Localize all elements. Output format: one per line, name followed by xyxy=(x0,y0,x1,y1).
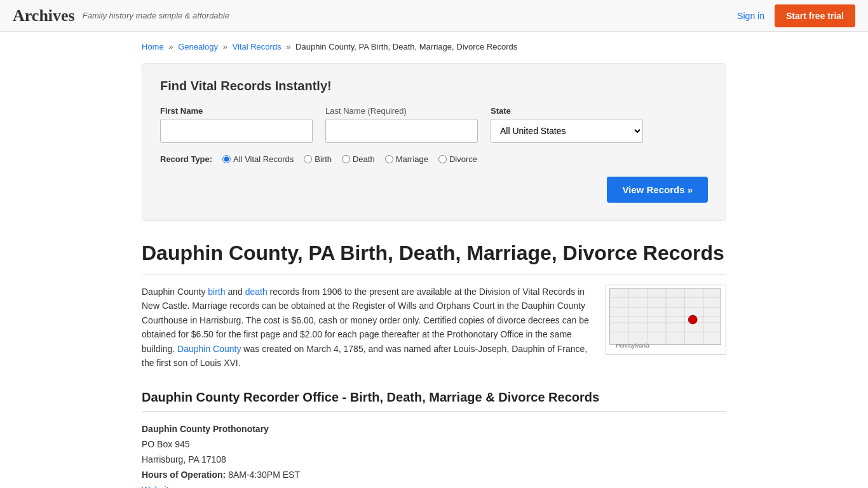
state-select[interactable]: All United StatesAlabamaAlaskaArizonaArk… xyxy=(491,119,643,143)
death-link[interactable]: death xyxy=(245,287,268,297)
office-name: Dauphin County Prothonotary xyxy=(142,424,269,434)
state-field-group: State All United StatesAlabamaAlaskaAriz… xyxy=(491,106,643,143)
breadcrumb-sep-1: » xyxy=(168,42,173,51)
last-name-input[interactable] xyxy=(325,119,478,143)
svg-text:Pennsylvania: Pennsylvania xyxy=(616,342,649,349)
radio-marriage[interactable]: Marriage xyxy=(385,154,428,164)
breadcrumb-sep-3: » xyxy=(286,42,290,51)
breadcrumb-home[interactable]: Home xyxy=(142,42,164,51)
page-title: Dauphin County, PA Birth, Death, Marriag… xyxy=(142,241,726,274)
view-records-button[interactable]: View Records » xyxy=(607,177,708,203)
site-header: Archives Family history made simple & af… xyxy=(0,0,868,32)
header-left: Archives Family history made simple & af… xyxy=(13,6,229,25)
header-right: Sign in Start free trial xyxy=(737,4,855,27)
radio-death-label: Death xyxy=(353,154,375,164)
breadcrumb-sep-2: » xyxy=(223,42,227,51)
first-name-label: First Name xyxy=(160,106,313,116)
pa-map-svg: Pennsylvania xyxy=(606,285,726,355)
breadcrumb-vital-records[interactable]: Vital Records xyxy=(233,42,281,51)
birth-link[interactable]: birth xyxy=(208,287,225,297)
breadcrumb-genealogy[interactable]: Genealogy xyxy=(178,42,218,51)
breadcrumb-current: Dauphin County, PA Birth, Death, Marriag… xyxy=(295,42,517,51)
pa-map-container: Pennsylvania xyxy=(606,285,726,370)
dauphin-county-link[interactable]: Dauphin County xyxy=(177,344,241,354)
hours-label: Hours of Operation: xyxy=(142,470,226,480)
website-link[interactable]: Website xyxy=(142,485,173,488)
radio-divorce[interactable]: Divorce xyxy=(438,154,477,164)
state-label: State xyxy=(491,106,643,116)
first-name-input[interactable] xyxy=(160,119,313,143)
radio-marriage-label: Marriage xyxy=(396,154,428,164)
office-address1: PO Box 945 xyxy=(142,437,726,452)
search-bottom: View Records » xyxy=(160,177,708,203)
office-info: Dauphin County Prothonotary PO Box 945 H… xyxy=(142,422,726,488)
search-fields: First Name Last Name (Required) State Al… xyxy=(160,106,708,143)
sign-in-link[interactable]: Sign in xyxy=(737,11,764,21)
start-trial-button[interactable]: Start free trial xyxy=(775,4,855,27)
radio-death-input[interactable] xyxy=(342,155,350,163)
main-content: Home » Genealogy » Vital Records » Dauph… xyxy=(129,32,739,488)
radio-birth-label: Birth xyxy=(315,154,332,164)
description-section: Dauphin County birth and death records f… xyxy=(142,285,726,370)
first-name-field-group: First Name xyxy=(160,106,313,143)
search-title: Find Vital Records Instantly! xyxy=(160,79,708,93)
section2-title: Dauphin County Recorder Office - Birth, … xyxy=(142,390,726,412)
description-text: Dauphin County birth and death records f… xyxy=(142,285,590,370)
radio-birth[interactable]: Birth xyxy=(304,154,332,164)
last-name-label: Last Name (Required) xyxy=(325,106,478,116)
last-name-field-group: Last Name (Required) xyxy=(325,106,478,143)
radio-all-vital-label: All Vital Records xyxy=(233,154,294,164)
site-logo: Archives xyxy=(13,6,75,25)
site-tagline: Family history made simple & affordable xyxy=(83,11,229,20)
radio-all-vital[interactable]: All Vital Records xyxy=(222,154,294,164)
svg-point-11 xyxy=(688,315,697,324)
office-hours: Hours of Operation: 8AM-4:30PM EST xyxy=(142,468,726,483)
radio-divorce-input[interactable] xyxy=(438,155,447,163)
record-type-label: Record Type: xyxy=(160,154,212,164)
description-paragraph: Dauphin County birth and death records f… xyxy=(142,285,590,370)
radio-divorce-label: Divorce xyxy=(449,154,477,164)
search-box: Find Vital Records Instantly! First Name… xyxy=(142,63,726,221)
hours-value-text: 8AM-4:30PM EST xyxy=(228,470,300,480)
office-address2: Harrisburg, PA 17108 xyxy=(142,452,726,468)
radio-marriage-input[interactable] xyxy=(385,155,393,163)
record-type-row: Record Type: All Vital Records Birth Dea… xyxy=(160,154,708,164)
breadcrumb: Home » Genealogy » Vital Records » Dauph… xyxy=(142,42,726,51)
radio-birth-input[interactable] xyxy=(304,155,312,163)
radio-death[interactable]: Death xyxy=(342,154,375,164)
radio-all-vital-input[interactable] xyxy=(222,155,231,163)
